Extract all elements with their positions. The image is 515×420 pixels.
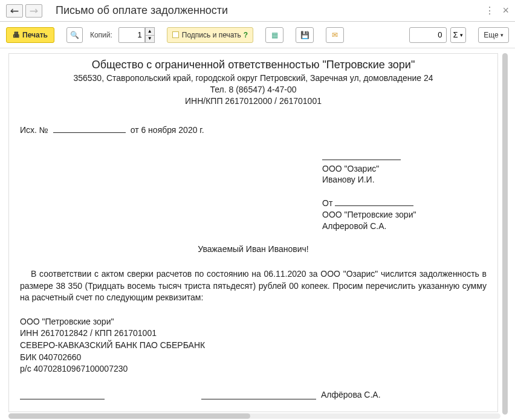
req-bank: СЕВЕРО-КАВКАЗСКИЙ БАНК ПАО СБЕРБАНК bbox=[20, 340, 487, 352]
magnifier-icon: 🔍 bbox=[70, 31, 79, 39]
more-button-label: Еще bbox=[484, 31, 498, 39]
sign-button-label: Подпись и печать bbox=[182, 31, 241, 39]
nav-forward-button[interactable]: 🡒 bbox=[25, 4, 42, 18]
horizontal-scrollbar[interactable] bbox=[8, 413, 500, 419]
req-bik: БИК 040702660 bbox=[20, 352, 487, 364]
greeting: Уважаемый Иван Иванович! bbox=[20, 244, 487, 254]
ref-date: от 6 ноября 2020 г. bbox=[131, 125, 204, 135]
nav-back-button[interactable]: 🡐 bbox=[6, 4, 23, 18]
sum-input[interactable] bbox=[409, 27, 447, 43]
preview-button[interactable]: 🔍 bbox=[66, 27, 83, 43]
kebab-menu-icon[interactable]: ⋮ bbox=[485, 5, 494, 16]
window-title: Письмо об оплате задолженности bbox=[56, 4, 485, 17]
copies-input[interactable] bbox=[118, 27, 145, 43]
copies-label: Копий: bbox=[90, 31, 112, 39]
sender-block: От ООО "Петровские зори" Алферовой С.А. bbox=[322, 198, 487, 232]
envelope-icon: ✉ bbox=[332, 31, 338, 39]
sign-and-stamp-button[interactable]: Подпись и печать ? bbox=[167, 27, 253, 43]
sender-blank bbox=[335, 205, 413, 206]
titlebar: 🡐 🡒 Письмо об оплате задолженности ⋮ × bbox=[0, 0, 515, 22]
email-button[interactable]: ✉ bbox=[326, 27, 344, 43]
picture-icon: ▦ bbox=[271, 31, 278, 39]
more-button[interactable]: Еще ▾ bbox=[478, 27, 509, 43]
copies-up-button[interactable]: ▲ bbox=[145, 27, 155, 35]
sigma-icon: Σ bbox=[453, 30, 458, 39]
requisites: ООО "Петровские зори" ИНН 2617012842 / К… bbox=[20, 316, 487, 375]
signature-name: Алфёрова С.А. bbox=[321, 390, 381, 399]
req-account: р/с 40702810967100007230 bbox=[20, 363, 487, 375]
recipient-block: ООО "Озарис" Иванову И.И. bbox=[322, 152, 487, 186]
outgoing-ref: Исх. № от 6 ноября 2020 г. bbox=[20, 125, 487, 135]
picture-button[interactable]: ▦ bbox=[265, 27, 283, 43]
req-inn: ИНН 2617012842 / КПП 261701001 bbox=[20, 328, 487, 340]
printer-icon: 🖶 bbox=[13, 31, 20, 39]
copies-down-button[interactable]: ▼ bbox=[145, 35, 155, 43]
sender-person: Алферовой С.А. bbox=[322, 221, 386, 231]
req-org: ООО "Петровские зори" bbox=[20, 316, 487, 328]
ref-prefix: Исх. № bbox=[20, 125, 48, 135]
signature-blank-left bbox=[20, 399, 105, 399]
signature-row: Алфёрова С.А. bbox=[20, 390, 487, 399]
horizontal-scrollbar-thumb[interactable] bbox=[8, 413, 250, 419]
signature-blank-right bbox=[201, 399, 316, 399]
vertical-scrollbar[interactable] bbox=[502, 53, 508, 415]
toolbar: 🖶 Печать 🔍 Копий: ▲ ▼ Подпись и печать ?… bbox=[0, 22, 515, 48]
org-address: 356530, Ставропольский край, городской о… bbox=[20, 73, 487, 84]
close-icon[interactable]: × bbox=[502, 4, 509, 17]
sender-org: ООО "Петровские зори" bbox=[322, 210, 416, 219]
sum-function-button[interactable]: Σ ▾ bbox=[450, 27, 467, 43]
print-button[interactable]: 🖶 Печать bbox=[6, 27, 54, 43]
org-inn-kpp: ИНН/КПП 2617012000 / 261701001 bbox=[20, 95, 487, 107]
org-title: Общество с ограниченной ответственностью… bbox=[20, 59, 487, 71]
recipient-org: ООО "Озарис" bbox=[322, 164, 379, 173]
floppy-icon: 💾 bbox=[300, 31, 309, 39]
letter-body: В соответствии с актом сверки расчетов п… bbox=[20, 268, 487, 304]
document-viewport: Общество с ограниченной ответственностью… bbox=[0, 48, 515, 420]
save-button[interactable]: 💾 bbox=[296, 27, 314, 43]
document-page: Общество с ограниченной ответственностью… bbox=[8, 53, 498, 412]
copies-spinner[interactable]: ▲ ▼ bbox=[118, 27, 155, 43]
recipient-person: Иванову И.И. bbox=[322, 175, 375, 184]
ref-number-blank bbox=[53, 132, 126, 133]
help-icon: ? bbox=[244, 31, 248, 39]
from-label: От bbox=[322, 198, 332, 208]
print-button-label: Печать bbox=[22, 31, 48, 39]
checkbox-icon bbox=[172, 31, 179, 38]
recipient-blank bbox=[322, 160, 401, 160]
org-phone: Тел. 8 (86547) 4-47-00 bbox=[20, 84, 487, 95]
